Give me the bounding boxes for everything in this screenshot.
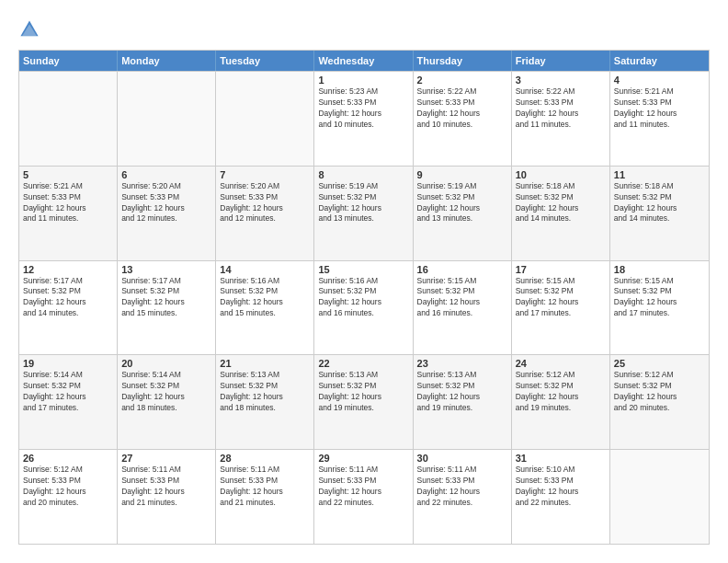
- day-cell-13: 13Sunrise: 5:17 AMSunset: 5:32 PMDayligh…: [118, 261, 216, 355]
- page: SundayMondayTuesdayWednesdayThursdayFrid…: [0, 0, 728, 563]
- day-number: 18: [614, 264, 705, 275]
- logo-icon: [18, 18, 40, 40]
- day-cell-11: 11Sunrise: 5:18 AMSunset: 5:32 PMDayligh…: [610, 167, 709, 260]
- day-cell-30: 30Sunrise: 5:11 AMSunset: 5:33 PMDayligh…: [414, 450, 512, 544]
- day-number: 22: [318, 358, 408, 369]
- day-number: 10: [516, 169, 606, 180]
- day-cell-9: 9Sunrise: 5:19 AMSunset: 5:32 PMDaylight…: [414, 167, 512, 260]
- header-day-wednesday: Wednesday: [314, 51, 413, 71]
- day-cell-10: 10Sunrise: 5:18 AMSunset: 5:32 PMDayligh…: [512, 167, 610, 260]
- header-day-tuesday: Tuesday: [216, 51, 314, 71]
- day-cell-14: 14Sunrise: 5:16 AMSunset: 5:32 PMDayligh…: [216, 261, 314, 355]
- day-info: Sunrise: 5:20 AMSunset: 5:33 PMDaylight:…: [220, 181, 310, 225]
- day-cell-4: 4Sunrise: 5:21 AMSunset: 5:33 PMDaylight…: [610, 72, 709, 166]
- day-number: 5: [23, 169, 113, 180]
- logo: [18, 18, 44, 40]
- day-number: 26: [23, 453, 113, 464]
- day-cell-8: 8Sunrise: 5:19 AMSunset: 5:32 PMDaylight…: [314, 167, 413, 260]
- day-info: Sunrise: 5:13 AMSunset: 5:32 PMDaylight:…: [318, 370, 408, 414]
- day-cell-28: 28Sunrise: 5:11 AMSunset: 5:33 PMDayligh…: [216, 450, 314, 544]
- day-number: 1: [318, 75, 408, 86]
- day-info: Sunrise: 5:20 AMSunset: 5:33 PMDaylight:…: [121, 181, 211, 225]
- day-number: 15: [318, 264, 408, 275]
- day-info: Sunrise: 5:11 AMSunset: 5:33 PMDaylight:…: [417, 465, 507, 509]
- day-number: 25: [614, 358, 705, 369]
- day-info: Sunrise: 5:13 AMSunset: 5:32 PMDaylight:…: [220, 370, 310, 414]
- day-number: 3: [516, 75, 606, 86]
- day-info: Sunrise: 5:21 AMSunset: 5:33 PMDaylight:…: [23, 181, 113, 225]
- day-cell-6: 6Sunrise: 5:20 AMSunset: 5:33 PMDaylight…: [118, 167, 216, 260]
- day-number: 16: [417, 264, 507, 275]
- day-cell-17: 17Sunrise: 5:15 AMSunset: 5:32 PMDayligh…: [512, 261, 610, 355]
- day-number: 4: [614, 75, 705, 86]
- day-cell-16: 16Sunrise: 5:15 AMSunset: 5:32 PMDayligh…: [414, 261, 512, 355]
- day-cell-27: 27Sunrise: 5:11 AMSunset: 5:33 PMDayligh…: [118, 450, 216, 544]
- day-info: Sunrise: 5:22 AMSunset: 5:33 PMDaylight:…: [417, 86, 507, 131]
- day-number: 6: [121, 169, 211, 180]
- day-number: 21: [220, 358, 310, 369]
- day-info: Sunrise: 5:10 AMSunset: 5:33 PMDaylight:…: [516, 465, 606, 509]
- day-info: Sunrise: 5:15 AMSunset: 5:32 PMDaylight:…: [417, 276, 507, 320]
- day-number: 20: [121, 358, 211, 369]
- calendar: SundayMondayTuesdayWednesdayThursdayFrid…: [18, 50, 710, 545]
- day-cell-12: 12Sunrise: 5:17 AMSunset: 5:32 PMDayligh…: [19, 261, 118, 355]
- day-cell-2: 2Sunrise: 5:22 AMSunset: 5:33 PMDaylight…: [414, 72, 512, 166]
- day-info: Sunrise: 5:17 AMSunset: 5:32 PMDaylight:…: [121, 276, 211, 320]
- day-cell-7: 7Sunrise: 5:20 AMSunset: 5:33 PMDaylight…: [216, 167, 314, 260]
- day-cell-3: 3Sunrise: 5:22 AMSunset: 5:33 PMDaylight…: [512, 72, 610, 166]
- day-number: 31: [516, 453, 606, 464]
- day-info: Sunrise: 5:16 AMSunset: 5:32 PMDaylight:…: [318, 276, 408, 320]
- day-cell-31: 31Sunrise: 5:10 AMSunset: 5:33 PMDayligh…: [512, 450, 610, 544]
- day-info: Sunrise: 5:14 AMSunset: 5:32 PMDaylight:…: [121, 370, 211, 414]
- empty-cell: [610, 450, 709, 544]
- day-number: 27: [121, 453, 211, 464]
- empty-cell: [118, 72, 216, 166]
- day-info: Sunrise: 5:12 AMSunset: 5:33 PMDaylight:…: [23, 465, 113, 509]
- day-info: Sunrise: 5:11 AMSunset: 5:33 PMDaylight:…: [220, 465, 310, 509]
- day-info: Sunrise: 5:11 AMSunset: 5:33 PMDaylight:…: [318, 465, 408, 509]
- day-info: Sunrise: 5:18 AMSunset: 5:32 PMDaylight:…: [614, 181, 705, 225]
- day-info: Sunrise: 5:14 AMSunset: 5:32 PMDaylight:…: [23, 370, 113, 414]
- header-day-sunday: Sunday: [19, 51, 118, 71]
- day-cell-20: 20Sunrise: 5:14 AMSunset: 5:32 PMDayligh…: [118, 355, 216, 449]
- calendar-row-3: 12Sunrise: 5:17 AMSunset: 5:32 PMDayligh…: [19, 260, 709, 355]
- day-number: 12: [23, 264, 113, 275]
- day-cell-29: 29Sunrise: 5:11 AMSunset: 5:33 PMDayligh…: [314, 450, 413, 544]
- day-cell-19: 19Sunrise: 5:14 AMSunset: 5:32 PMDayligh…: [19, 355, 118, 449]
- day-info: Sunrise: 5:17 AMSunset: 5:32 PMDaylight:…: [23, 276, 113, 320]
- day-info: Sunrise: 5:22 AMSunset: 5:33 PMDaylight:…: [516, 86, 606, 131]
- day-number: 29: [318, 453, 408, 464]
- day-info: Sunrise: 5:15 AMSunset: 5:32 PMDaylight:…: [516, 276, 606, 320]
- day-info: Sunrise: 5:12 AMSunset: 5:32 PMDaylight:…: [516, 370, 606, 414]
- day-number: 28: [220, 453, 310, 464]
- header: [18, 18, 710, 40]
- calendar-row-4: 19Sunrise: 5:14 AMSunset: 5:32 PMDayligh…: [19, 354, 709, 449]
- day-number: 9: [417, 169, 507, 180]
- empty-cell: [216, 72, 314, 166]
- day-cell-24: 24Sunrise: 5:12 AMSunset: 5:32 PMDayligh…: [512, 355, 610, 449]
- empty-cell: [19, 72, 118, 166]
- day-number: 8: [318, 169, 408, 180]
- day-info: Sunrise: 5:13 AMSunset: 5:32 PMDaylight:…: [417, 370, 507, 414]
- calendar-row-5: 26Sunrise: 5:12 AMSunset: 5:33 PMDayligh…: [19, 449, 709, 544]
- day-cell-21: 21Sunrise: 5:13 AMSunset: 5:32 PMDayligh…: [216, 355, 314, 449]
- day-number: 17: [516, 264, 606, 275]
- day-cell-22: 22Sunrise: 5:13 AMSunset: 5:32 PMDayligh…: [314, 355, 413, 449]
- day-info: Sunrise: 5:19 AMSunset: 5:32 PMDaylight:…: [417, 181, 507, 225]
- day-info: Sunrise: 5:18 AMSunset: 5:32 PMDaylight:…: [516, 181, 606, 225]
- day-info: Sunrise: 5:21 AMSunset: 5:33 PMDaylight:…: [614, 86, 705, 131]
- day-number: 30: [417, 453, 507, 464]
- header-day-friday: Friday: [512, 51, 610, 71]
- day-number: 7: [220, 169, 310, 180]
- day-number: 24: [516, 358, 606, 369]
- day-info: Sunrise: 5:23 AMSunset: 5:33 PMDaylight:…: [318, 86, 408, 131]
- day-cell-15: 15Sunrise: 5:16 AMSunset: 5:32 PMDayligh…: [314, 261, 413, 355]
- header-day-thursday: Thursday: [414, 51, 512, 71]
- calendar-row-2: 5Sunrise: 5:21 AMSunset: 5:33 PMDaylight…: [19, 166, 709, 260]
- calendar-row-1: 1Sunrise: 5:23 AMSunset: 5:33 PMDaylight…: [19, 71, 709, 166]
- header-day-monday: Monday: [118, 51, 216, 71]
- day-number: 11: [614, 169, 705, 180]
- day-number: 13: [121, 264, 211, 275]
- day-number: 23: [417, 358, 507, 369]
- day-info: Sunrise: 5:16 AMSunset: 5:32 PMDaylight:…: [220, 276, 310, 320]
